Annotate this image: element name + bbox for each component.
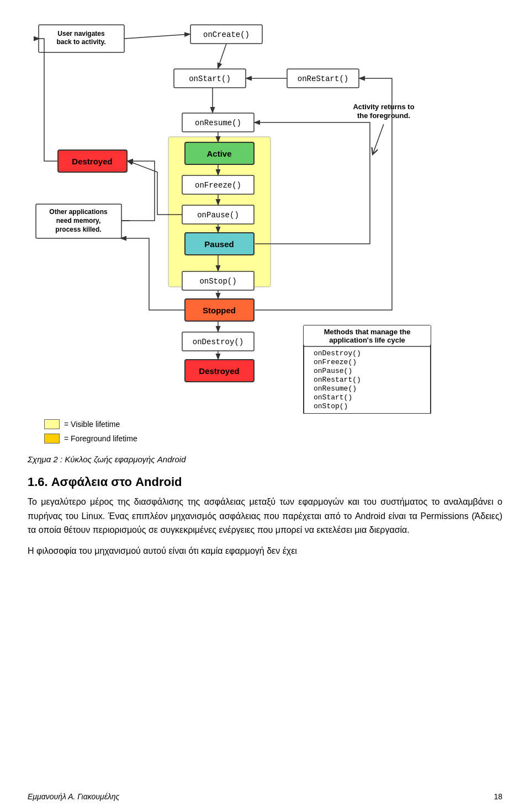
svg-text:User navigates: User navigates: [57, 30, 105, 38]
section-title: Ασφάλεια στο Android: [51, 475, 182, 489]
svg-text:onDestroy(): onDestroy(): [314, 349, 361, 357]
legend-box-foreground: [44, 434, 60, 444]
footer-author: Εμμανουήλ Α. Γιακουμέλης: [28, 792, 119, 801]
svg-text:onStop(): onStop(): [199, 277, 236, 286]
diagram-legend: = Visible lifetime = Foreground lifetime: [44, 419, 513, 444]
svg-text:need memory,: need memory,: [56, 217, 100, 225]
svg-text:onPause(): onPause(): [197, 211, 239, 220]
svg-line-49: [218, 44, 226, 68]
svg-text:Activity returns to: Activity returns to: [353, 103, 414, 111]
legend-item-foreground: = Foreground lifetime: [44, 434, 513, 444]
svg-text:onPause(): onPause(): [314, 367, 352, 375]
lifecycle-diagram: onCreate() onStart() onReStart() onResum…: [28, 17, 502, 414]
svg-text:the foreground.: the foreground.: [357, 111, 410, 120]
figure-caption: Σχημα 2 : Κύκλος ζωής εφαρμογής Android: [28, 455, 502, 464]
svg-text:onStart(): onStart(): [314, 393, 352, 402]
svg-text:Destroyed: Destroyed: [199, 366, 239, 376]
page-container: onCreate() onStart() onReStart() onResum…: [0, 0, 530, 586]
legend-item-visible: = Visible lifetime: [44, 419, 513, 429]
svg-text:onCreate(): onCreate(): [203, 30, 250, 39]
svg-text:Other applications: Other applications: [49, 208, 108, 216]
footer-page-number: 18: [494, 792, 502, 801]
svg-text:Paused: Paused: [204, 239, 234, 249]
svg-text:onReStart(): onReStart(): [298, 74, 348, 83]
svg-text:process killed.: process killed.: [55, 226, 101, 233]
body-paragraph-2: Η φιλοσοφία του μηχανισμού αυτού είναι ό…: [28, 544, 502, 558]
svg-text:onStart(): onStart(): [189, 74, 231, 83]
svg-text:onRestart(): onRestart(): [314, 376, 361, 384]
svg-text:application's life cycle: application's life cycle: [329, 336, 405, 344]
legend-label-visible: = Visible lifetime: [64, 420, 120, 429]
svg-line-48: [124, 34, 189, 39]
svg-text:Destroyed: Destroyed: [72, 157, 112, 166]
svg-line-60: [373, 124, 384, 154]
page-footer: Εμμανουήλ Α. Γιακουμέλης 18: [0, 792, 530, 801]
svg-text:onResume(): onResume(): [195, 119, 241, 127]
svg-text:onFreeze(): onFreeze(): [314, 358, 357, 366]
svg-text:back to activity.: back to activity.: [56, 38, 105, 46]
legend-label-foreground: = Foreground lifetime: [64, 434, 137, 443]
diagram-area: onCreate() onStart() onReStart() onResum…: [28, 17, 502, 444]
svg-text:onResume(): onResume(): [314, 384, 357, 393]
legend-box-visible: [44, 419, 60, 429]
section-number: 1.6.: [28, 475, 48, 489]
body-paragraph-1: Το μεγαλύτερο μέρος της διασφάλισης της …: [28, 495, 502, 537]
svg-text:onDestroy(): onDestroy(): [193, 338, 243, 346]
svg-text:Active: Active: [206, 149, 231, 158]
svg-text:onStop(): onStop(): [314, 402, 348, 410]
svg-text:Stopped: Stopped: [203, 306, 236, 315]
svg-text:Methods that manage the: Methods that manage the: [324, 328, 411, 336]
svg-text:onFreeze(): onFreeze(): [195, 181, 241, 190]
